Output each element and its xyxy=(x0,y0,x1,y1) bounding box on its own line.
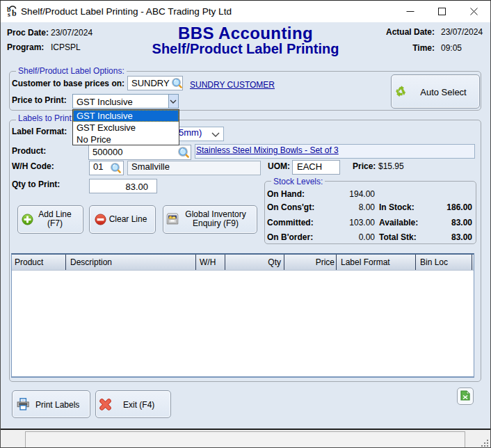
svg-text:b: b xyxy=(12,8,17,17)
svg-text:s: s xyxy=(8,10,10,17)
